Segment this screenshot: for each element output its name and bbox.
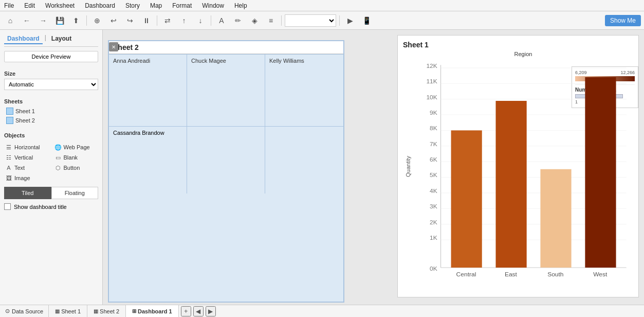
- toolbar-tooltip[interactable]: ✏: [231, 14, 245, 27]
- main-layout: Dashboard | Layout Device Preview Size A…: [0, 30, 644, 305]
- toolbar-sort-asc[interactable]: ↑: [177, 14, 191, 27]
- status-icons: + ◀ ▶: [181, 306, 216, 316]
- sheet2-tab-icon: ▦: [94, 308, 98, 314]
- show-me-button[interactable]: Show Me: [605, 15, 641, 26]
- tab-dashboard[interactable]: Dashboard: [4, 34, 43, 44]
- sheet2-cell-chuck: Chuck Magee: [187, 55, 265, 127]
- toolbar-forward[interactable]: →: [36, 14, 50, 27]
- svg-text:5K: 5K: [430, 172, 437, 178]
- bar-south[interactable]: [540, 169, 571, 268]
- sheet2-close-button[interactable]: ✕: [109, 42, 118, 51]
- bar-east[interactable]: [496, 101, 527, 268]
- object-horizontal[interactable]: ☰ Horizontal: [4, 143, 49, 152]
- show-dashboard-row[interactable]: Show dashboard title: [4, 203, 98, 210]
- svg-text:0K: 0K: [430, 266, 437, 272]
- sheet-item-1[interactable]: Sheet 1: [4, 107, 98, 116]
- object-blank[interactable]: ▭ Blank: [53, 153, 99, 162]
- sheet1-panel: Sheet 1 6,209 12,266 Number of Reco. 1 Q…: [397, 35, 639, 297]
- menu-worksheet[interactable]: Worksheet: [44, 2, 76, 9]
- object-vertical[interactable]: ☷ Vertical: [4, 153, 49, 162]
- chart-svg: 12K 11K 10K 9K 8K 7K 6K 5K 4K 3K 2K 1K 0…: [413, 59, 633, 291]
- menu-story[interactable]: Story: [124, 2, 141, 9]
- svg-text:1K: 1K: [430, 235, 437, 241]
- data-source-icon: ⊙: [5, 308, 10, 314]
- toolbar-filter[interactable]: ≡: [264, 14, 278, 27]
- sheet2-cell-empty1: [187, 127, 265, 193]
- toolbar-undo[interactable]: ↩: [106, 14, 121, 27]
- floating-button[interactable]: Floating: [51, 187, 99, 199]
- toolbar-redo[interactable]: ↪: [123, 14, 137, 27]
- toolbar-sep3: [211, 15, 211, 26]
- svg-text:12K: 12K: [426, 63, 437, 69]
- bar-central[interactable]: [451, 130, 482, 268]
- menu-dashboard[interactable]: Dashboard: [84, 2, 116, 9]
- toolbar-present[interactable]: ▶: [343, 14, 357, 27]
- menu-map[interactable]: Map: [149, 2, 163, 9]
- toolbar-swap[interactable]: ⇄: [160, 14, 175, 27]
- menu-format[interactable]: Format: [171, 2, 193, 9]
- center-canvas: ✕ Sheet 2 Anna Andreadi Chuck Magee Kell…: [103, 30, 644, 305]
- sheet2-cell-empty2: [265, 127, 343, 193]
- toolbar-device[interactable]: 📱: [359, 14, 374, 27]
- menu-file[interactable]: File: [3, 2, 15, 9]
- tab-layout[interactable]: Layout: [48, 34, 75, 44]
- status-data-source[interactable]: ⊙ Data Source: [0, 305, 49, 317]
- svg-text:3K: 3K: [430, 204, 437, 209]
- show-dashboard-checkbox[interactable]: [4, 203, 11, 210]
- sheet1-tab-label: Sheet 1: [61, 308, 81, 314]
- svg-text:8K: 8K: [430, 126, 437, 131]
- toolbar-export[interactable]: ⬆: [69, 14, 83, 27]
- sheet2-icon: [6, 117, 13, 124]
- chart-area: Quantity Region 12K 11K 10K 9K 8K: [403, 51, 633, 283]
- toolbar-sep1: [86, 15, 87, 26]
- toolbar-mark-label[interactable]: A: [214, 14, 229, 27]
- sheet-item-2[interactable]: Sheet 2: [4, 116, 98, 125]
- object-webpage[interactable]: 🌐 Web Page: [53, 143, 99, 152]
- status-tab-sheet2[interactable]: ▦ Sheet 2: [87, 305, 126, 317]
- menu-window[interactable]: Window: [201, 2, 225, 9]
- status-add-sheet[interactable]: +: [181, 306, 191, 316]
- object-text[interactable]: A Text: [4, 163, 49, 172]
- svg-text:10K: 10K: [426, 95, 437, 100]
- sheet2-panel: ✕ Sheet 2 Anna Andreadi Chuck Magee Kell…: [108, 40, 344, 303]
- webpage-icon: 🌐: [54, 144, 62, 151]
- sheet2-cell-cassandra: Cassandra Brandow: [109, 127, 187, 193]
- horizontal-icon: ☰: [5, 144, 12, 151]
- sheet1-title: Sheet 1: [403, 41, 633, 49]
- object-horizontal-label: Horizontal: [14, 144, 40, 150]
- toolbar-highlight[interactable]: ◈: [247, 14, 262, 27]
- toolbar-sep5: [339, 15, 340, 26]
- chart-inner: Region 12K 11K 10K 9K 8K 7K 6K: [413, 51, 633, 283]
- device-preview-button[interactable]: Device Preview: [4, 51, 98, 62]
- button-icon: ⬡: [54, 164, 62, 171]
- tiled-button[interactable]: Tiled: [4, 187, 51, 199]
- toolbar: ⌂ ← → 💾 ⬆ ⊕ ↩ ↪ ⏸ ⇄ ↑ ↓ A ✏ ◈ ≡ ▶ 📱 Show…: [0, 11, 644, 30]
- sheet2-grid-row2: Cassandra Brandow: [109, 127, 343, 193]
- sheet1-icon: [6, 108, 13, 115]
- toolbar-view-select[interactable]: [285, 14, 336, 27]
- svg-text:West: West: [593, 272, 607, 277]
- bar-west[interactable]: [585, 77, 616, 268]
- svg-text:Central: Central: [456, 272, 476, 277]
- svg-text:4K: 4K: [430, 188, 437, 194]
- toolbar-pause[interactable]: ⏸: [139, 14, 154, 27]
- toolbar-sort-desc[interactable]: ↓: [193, 14, 208, 27]
- status-scroll-left[interactable]: ◀: [193, 306, 204, 316]
- toolbar-add-data[interactable]: ⊕: [90, 14, 104, 27]
- svg-text:South: South: [547, 272, 563, 277]
- object-image[interactable]: 🖼 Image: [4, 173, 49, 183]
- menu-help[interactable]: Help: [233, 2, 248, 9]
- toolbar-back[interactable]: ←: [20, 14, 34, 27]
- object-button[interactable]: ⬡ Button: [53, 163, 99, 172]
- objects-grid: ☰ Horizontal 🌐 Web Page ☷ Vertical ▭ Bla…: [4, 143, 98, 183]
- size-select[interactable]: Automatic: [4, 79, 98, 90]
- toolbar-home[interactable]: ⌂: [3, 14, 17, 27]
- status-scroll-right[interactable]: ▶: [206, 306, 216, 316]
- toolbar-save[interactable]: 💾: [52, 14, 67, 27]
- menu-edit[interactable]: Edit: [23, 2, 36, 9]
- sheet2-cell-anna: Anna Andreadi: [109, 55, 187, 127]
- status-tab-sheet1[interactable]: ▦ Sheet 1: [49, 305, 87, 317]
- vertical-icon: ☷: [5, 154, 12, 161]
- status-tab-dashboard1[interactable]: ⊞ Dashboard 1: [126, 305, 179, 317]
- object-webpage-label: Web Page: [64, 144, 90, 150]
